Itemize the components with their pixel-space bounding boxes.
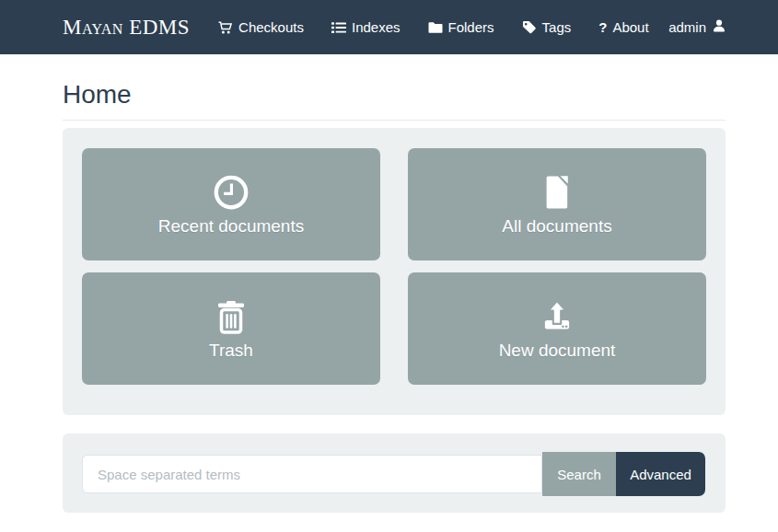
main-navigation: Checkouts Indexes Folders <box>217 19 649 35</box>
tag-icon <box>522 20 537 35</box>
tile-label: New document <box>499 341 616 361</box>
user-menu-label: admin <box>668 19 706 35</box>
new-document-button[interactable]: New document <box>408 272 706 385</box>
document-icon <box>538 173 576 212</box>
search-form: Search Advanced <box>82 452 705 496</box>
search-button[interactable]: Search <box>542 452 616 496</box>
tile-label: Recent documents <box>158 216 304 237</box>
upload-icon <box>538 297 576 336</box>
nav-item-folders[interactable]: Folders <box>428 19 494 35</box>
nav-item-label: Checkouts <box>238 19 304 35</box>
main-content: Home Recent documents <box>63 81 726 513</box>
search-panel: Search Advanced <box>63 434 726 513</box>
trash-button[interactable]: Trash <box>82 272 380 385</box>
dashboard-panel: Recent documents All documents <box>63 128 726 415</box>
tile-label: Trash <box>209 341 253 361</box>
title-divider <box>63 120 726 121</box>
question-mark-icon: ? <box>598 20 607 34</box>
trash-icon <box>212 297 250 336</box>
nav-item-label: Indexes <box>352 19 401 35</box>
page-title: Home <box>63 81 726 108</box>
nav-item-indexes[interactable]: Indexes <box>331 19 401 35</box>
shopping-cart-icon <box>217 20 233 35</box>
folder-icon <box>428 20 443 35</box>
nav-item-label: Tags <box>542 19 572 35</box>
navbar: Mayan EDMS Checkouts <box>0 0 778 54</box>
user-menu[interactable]: admin <box>668 18 726 36</box>
list-icon <box>331 20 346 35</box>
nav-item-label: Folders <box>448 19 494 35</box>
advanced-search-button[interactable]: Advanced <box>616 452 705 496</box>
nav-item-about[interactable]: ? About <box>598 19 648 35</box>
brand-logo[interactable]: Mayan EDMS <box>63 17 190 38</box>
tile-label: All documents <box>502 216 611 237</box>
nav-item-tags[interactable]: Tags <box>522 19 572 35</box>
user-icon <box>712 18 726 36</box>
nav-item-checkouts[interactable]: Checkouts <box>217 19 304 35</box>
all-documents-button[interactable]: All documents <box>408 148 706 260</box>
recent-documents-button[interactable]: Recent documents <box>82 148 380 260</box>
search-input[interactable] <box>82 455 542 493</box>
clock-icon <box>212 173 250 212</box>
nav-item-label: About <box>612 19 648 35</box>
tile-grid: Recent documents All documents <box>82 148 706 385</box>
